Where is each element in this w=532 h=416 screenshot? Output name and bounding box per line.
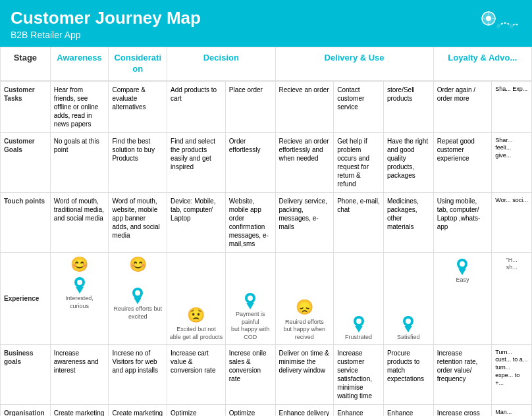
biz-decision2: Increse onile sales & conversion rate [225, 344, 275, 404]
goals-delivery2: Get help if problem occurs and request f… [334, 132, 384, 192]
sentiment-label-decision1: Excited but notable get all products [169, 326, 224, 341]
sentiment-label-awareness: Interested,curious [52, 295, 107, 310]
org-loyalty1: Increase cross selling & target marketin… [433, 404, 492, 416]
header-row: Stage Awareness Consideration Decision D… [1, 47, 532, 81]
org-loyalty2: Man... feed... soci... Shar... mark... [492, 404, 532, 416]
touch-consideration: Word of mouth, website, mobile app banne… [109, 192, 167, 252]
sentiment-label-delivery3: Satisfied [385, 334, 432, 342]
biz-delivery1: Deliver on time & minimise the delivery … [275, 344, 334, 404]
touch-loyalty1: Using mobile, tab, computer/ Laptop ,wha… [433, 192, 492, 252]
row-label-org: Organisational activities [1, 404, 51, 416]
goals-consideration: Find the best solution to buy Products [109, 132, 167, 192]
touch-decision1: Device: Mobile, tab, computer/ Laptop [167, 192, 226, 252]
exp-loyalty1: Easy [433, 252, 492, 344]
goals-delivery3: Have the right and good quality products… [383, 132, 433, 192]
svg-marker-21 [458, 269, 466, 275]
goals-decision1: Find and select the products easily and … [167, 132, 226, 192]
row-label-touchpoints: Touch points [1, 192, 51, 252]
col-consideration: Consideration [109, 47, 167, 81]
happy-emoji-high: 😊 [52, 255, 107, 274]
tasks-consideration: Compare & evaluate alternatives [109, 81, 167, 133]
pin-icon-loyalty1 [456, 258, 468, 275]
goals-loyalty1: Repeat good customer experience [433, 132, 492, 192]
svg-marker-15 [355, 326, 363, 332]
biz-delivery2: Increase customer service satisfaction, … [334, 344, 384, 404]
biz-consideration: Increse no of Visitors for web and app i… [109, 344, 167, 404]
touch-points-row: Touch points Word of mouth, traditional … [1, 192, 532, 252]
touch-decision2: Website, mobile app order confirmation m… [225, 192, 275, 252]
sad-emoji-2: 😞 [277, 298, 332, 317]
svg-point-1 [486, 16, 491, 21]
sentiment-label-loyalty1: Easy [435, 276, 491, 284]
org-delivery2: Enhance customer experience in possible … [334, 404, 384, 416]
tasks-delivery3: store/Sell products [383, 81, 433, 133]
col-stage: Stage [1, 47, 51, 81]
svg-marker-6 [76, 287, 84, 294]
map-icon [475, 7, 521, 39]
tasks-awareness: Hear from friends, see offline or online… [50, 81, 109, 133]
exp-loyalty2: "H...sh... [492, 252, 532, 344]
pin-icon-awareness [74, 276, 86, 294]
exp-consideration: 😊 Reuires efforts butexcited [109, 252, 167, 344]
col-delivery: Delivery & Use [275, 47, 433, 81]
business-goals-row: Business goals Increase awareness and in… [1, 344, 532, 404]
goals-delivery1: Recieve an order effortlessly and when n… [275, 132, 334, 192]
touch-loyalty2: Wor... soci... [492, 192, 532, 252]
col-decision: Decision [167, 47, 275, 81]
pin-icon-delivery2 [353, 315, 365, 332]
exp-delivery2: Frustrated [334, 252, 384, 344]
svg-marker-18 [404, 326, 412, 332]
sentiment-label-decision2: Payment is painfulbut happy with COD [227, 311, 274, 342]
pin-icon-decision2 [244, 292, 256, 309]
svg-point-5 [77, 280, 82, 285]
biz-delivery3: Procure products to match expectations [383, 344, 433, 404]
row-label-goals: Customer Goals [1, 132, 51, 192]
col-loyalty: Loyalty & Advo... [433, 47, 531, 81]
touch-delivery2: Phone, e-mail, chat [334, 192, 384, 252]
org-delivery1: Enhance delivery process [275, 404, 334, 416]
biz-loyalty1: Increase retention rate, order value/ fr… [433, 344, 492, 404]
page-subtitle: B2B Retailer App [11, 30, 521, 40]
tasks-loyalty1: Order again / order more [433, 81, 492, 133]
sad-emoji: 😟 [169, 306, 224, 325]
svg-point-14 [356, 319, 361, 324]
tasks-decision1: Add products to cart [167, 81, 226, 133]
customer-tasks-row: Customer Tasks Hear from friends, see of… [1, 81, 532, 133]
org-activities-row: Organisational activities Create marketi… [1, 404, 532, 416]
goals-awareness: No goals at this point [50, 132, 109, 192]
journey-map-table: Stage Awareness Consideration Decision D… [0, 47, 532, 416]
biz-awareness: Increase awareness and interest [50, 344, 109, 404]
customer-goals-row: Customer Goals No goals at this point Fi… [1, 132, 532, 192]
org-delivery3: Enhance products range & categories [383, 404, 433, 416]
sentiment-label-consideration: Reuires efforts butexcited [110, 305, 165, 321]
tasks-delivery2: Contact customer service [334, 81, 384, 133]
experience-row: Experience 😊 Interested,curious 😊 [1, 252, 532, 344]
svg-point-2 [496, 24, 500, 28]
tasks-loyalty2: Sha... Exp... [492, 81, 532, 133]
svg-point-17 [406, 319, 411, 324]
goals-decision2: Order effortlessly [225, 132, 275, 192]
row-label-experience: Experience [1, 252, 51, 344]
svg-point-3 [510, 24, 514, 28]
biz-decision1: Increase cart value & conversion rate [167, 344, 226, 404]
org-consideration: Create marketing campaigns,content both … [109, 404, 167, 416]
svg-point-11 [248, 296, 253, 301]
col-awareness: Awareness [50, 47, 109, 81]
biz-loyalty2: Turn... cust... to a... turn... expe... … [492, 344, 532, 404]
pin-icon-consideration [132, 287, 144, 304]
happy-emoji-low: 😊 [110, 255, 165, 274]
svg-marker-12 [246, 303, 254, 309]
header: Customer Journey Map B2B Retailer App [0, 0, 532, 47]
tasks-decision2: Place order [225, 81, 275, 133]
org-decision1: Optimize Shopping Experience [167, 404, 226, 416]
svg-point-20 [460, 261, 465, 267]
svg-point-8 [135, 290, 140, 296]
goals-loyalty2: Shar... feeli... give... [492, 132, 532, 192]
row-label-bizgoals: Business goals [1, 344, 51, 404]
exp-delivery1: 😞 Reuired effortsbut happy whenrecived [275, 252, 334, 344]
exp-decision1: 😟 Excited but notable get all products [167, 252, 226, 344]
touch-awareness: Word of mouth, traditional media, and so… [50, 192, 109, 252]
row-label-tasks: Customer Tasks [1, 81, 51, 133]
org-decision2: Optimize online purchase process & order… [225, 404, 275, 416]
touch-delivery3: Medicines, packages, other materials [383, 192, 433, 252]
